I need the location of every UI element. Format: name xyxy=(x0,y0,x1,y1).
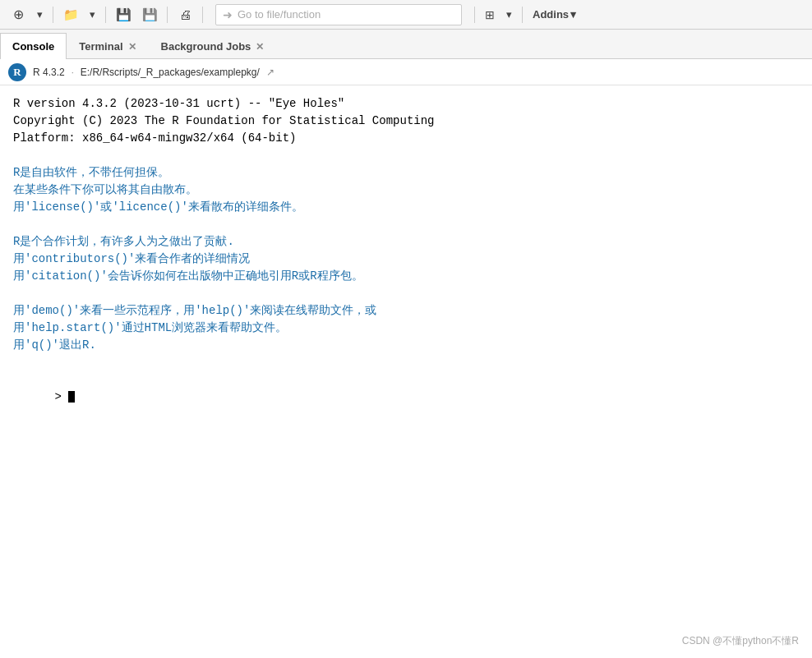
open-folder-icon: 📁 xyxy=(63,7,79,22)
dropdown-arrow-icon: ▾ xyxy=(37,8,43,21)
console-line-5: 在某些条件下你可以将其自由散布。 xyxy=(13,182,799,199)
save-all-icon: 💾 xyxy=(142,7,158,22)
r-version-text: R 4.3.2 xyxy=(33,67,65,78)
console-line-8: 用'contributors()'来看合作者的详细情况 xyxy=(13,251,799,268)
divider-1 xyxy=(53,7,53,23)
new-file-icon: ⊕ xyxy=(13,7,24,22)
working-directory-path[interactable]: E:/R/Rscripts/_R_packages/examplepkg/ xyxy=(81,67,260,78)
console-line-6: 用'license()'或'licence()'来看散布的详细条件。 xyxy=(13,199,799,216)
divider-3 xyxy=(167,7,168,23)
console-line-9: 用'citation()'会告诉你如何在出版物中正确地引用R或R程序包。 xyxy=(13,268,799,285)
divider-5 xyxy=(474,7,475,23)
console-line-3: Platform: x86_64-w64-mingw32/x64 (64-bit… xyxy=(13,130,799,147)
new-dropdown-button[interactable]: ▾ xyxy=(33,4,47,25)
path-separator: · xyxy=(72,67,74,77)
tab-terminal[interactable]: Terminal ✕ xyxy=(67,33,148,59)
console-line-7: R是个合作计划，有许多人为之做出了贡献. xyxy=(13,233,799,251)
tab-background-jobs-close-icon[interactable]: ✕ xyxy=(256,42,264,52)
path-bar: R R 4.3.2 · E:/R/Rscripts/_R_packages/ex… xyxy=(0,59,812,85)
layout-dropdown-arrow-icon: ▾ xyxy=(506,8,512,21)
console-line-2: Copyright (C) 2023 The R Foundation for … xyxy=(13,113,799,130)
goto-arrow-icon: ➜ xyxy=(223,8,233,21)
divider-4 xyxy=(202,7,203,23)
watermark: CSDN @不懂python不懂R xyxy=(682,634,799,648)
new-file-button[interactable]: ⊕ xyxy=(7,4,30,25)
console-prompt-line[interactable]: > xyxy=(13,371,799,423)
console-line-10: 用'demo()'来看一些示范程序，用'help()'来阅读在线帮助文件，或 xyxy=(13,302,799,320)
divider-6 xyxy=(522,7,523,23)
addins-dropdown-arrow-icon: ▾ xyxy=(570,8,576,21)
console-line-12: 用'q()'退出R. xyxy=(13,337,799,354)
open-file-button[interactable]: 📁 xyxy=(59,4,82,25)
tab-background-jobs[interactable]: Background Jobs ✕ xyxy=(149,33,277,59)
console-line-4: R是自由软件，不带任何担保。 xyxy=(13,164,799,182)
main-container: ⊕ ▾ 📁 ▾ 💾 💾 🖨 ➜ Go to file/function xyxy=(0,0,812,658)
save-button[interactable]: 💾 xyxy=(112,4,135,25)
addins-button[interactable]: Addins ▾ xyxy=(528,4,580,25)
console-line-1: R version 4.3.2 (2023-10-31 ucrt) -- "Ey… xyxy=(13,95,799,113)
prompt-symbol: > xyxy=(54,390,68,403)
print-button[interactable]: 🖨 xyxy=(173,4,196,25)
dropdown-arrow-icon2: ▾ xyxy=(90,8,95,21)
save-all-button[interactable]: 💾 xyxy=(138,4,161,25)
tab-terminal-label: Terminal xyxy=(79,40,122,53)
toolbar: ⊕ ▾ 📁 ▾ 💾 💾 🖨 ➜ Go to file/function xyxy=(0,0,812,30)
goto-box[interactable]: ➜ Go to file/function xyxy=(215,4,462,25)
open-dropdown-button[interactable]: ▾ xyxy=(85,4,99,25)
watermark-text: CSDN @不懂python不懂R xyxy=(682,635,799,646)
layout-button[interactable]: ⊞ xyxy=(481,4,499,25)
r-logo-icon: R xyxy=(8,63,26,81)
layout-grid-icon: ⊞ xyxy=(485,8,495,21)
console-area[interactable]: R version 4.3.2 (2023-10-31 ucrt) -- "Ey… xyxy=(0,85,812,658)
path-navigate-icon[interactable]: ↗ xyxy=(266,67,275,78)
goto-placeholder: Go to file/function xyxy=(238,8,321,21)
tab-background-jobs-label: Background Jobs xyxy=(161,40,251,53)
console-cursor xyxy=(68,391,75,403)
save-icon: 💾 xyxy=(116,7,131,22)
print-icon: 🖨 xyxy=(179,7,191,21)
addins-label: Addins xyxy=(533,8,569,21)
tab-terminal-close-icon[interactable]: ✕ xyxy=(128,42,136,52)
tab-bar: Console Terminal ✕ Background Jobs ✕ xyxy=(0,30,812,59)
tab-console[interactable]: Console xyxy=(0,33,67,59)
layout-dropdown-button[interactable]: ▾ xyxy=(502,4,516,25)
divider-2 xyxy=(105,7,106,23)
tab-console-label: Console xyxy=(12,40,54,53)
console-line-11: 用'help.start()'通过HTML浏览器来看帮助文件。 xyxy=(13,320,799,337)
